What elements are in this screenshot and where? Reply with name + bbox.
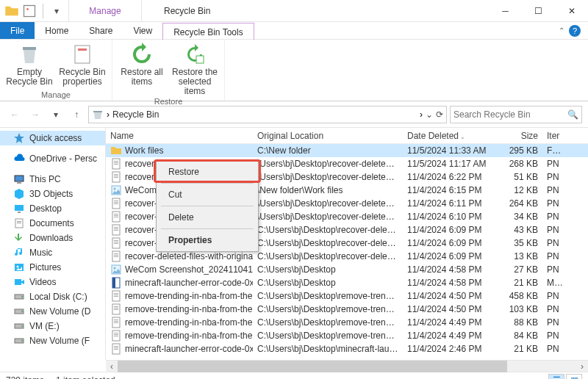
cell-name: recover-deleted-files-with-original... bbox=[106, 250, 253, 262]
file-list[interactable]: Work filesC:\New folder11/5/2024 11:33 A… bbox=[106, 144, 588, 355]
nav-item[interactable]: New Volume (F bbox=[0, 333, 105, 348]
nav-item[interactable]: Pictures bbox=[0, 260, 105, 275]
nav-item[interactable]: Local Disk (C:) bbox=[0, 289, 105, 304]
tab-view[interactable]: View bbox=[123, 22, 162, 39]
maximize-button[interactable]: ☐ bbox=[522, 0, 555, 22]
scroll-right-icon[interactable]: › bbox=[576, 361, 588, 372]
minimize-button[interactable]: ─ bbox=[489, 0, 522, 22]
cell-type: PN bbox=[542, 317, 564, 328]
search-box[interactable]: 🔍 bbox=[450, 106, 582, 123]
svg-rect-60 bbox=[114, 293, 118, 294]
search-input[interactable] bbox=[453, 109, 567, 120]
file-icon bbox=[110, 303, 122, 315]
restore-all-items-button[interactable]: Restore all items bbox=[118, 43, 165, 87]
file-icon bbox=[110, 158, 122, 170]
refresh-icon[interactable]: ⟳ bbox=[436, 109, 443, 120]
cell-location: C:\Users\bj\Desktop\remove-trending-in-.… bbox=[253, 291, 403, 301]
svg-rect-42 bbox=[114, 217, 118, 217]
tab-file[interactable]: File bbox=[0, 22, 35, 39]
nav-up-button[interactable]: ↑ bbox=[68, 106, 85, 123]
ctx-properties[interactable]: Properties bbox=[158, 231, 257, 250]
search-icon[interactable]: 🔍 bbox=[567, 109, 578, 120]
horizontal-scrollbar[interactable]: ‹ › bbox=[106, 360, 588, 372]
svg-rect-62 bbox=[114, 296, 118, 297]
cell-size: 268 KB bbox=[498, 159, 542, 169]
file-row[interactable]: WeCom Screenshot_202411041437...C:\Users… bbox=[106, 263, 588, 276]
nav-item[interactable]: Music bbox=[0, 245, 105, 260]
col-date-deleted[interactable]: Date Deleted⌄ bbox=[403, 131, 498, 141]
ctx-delete[interactable]: Delete bbox=[158, 208, 257, 227]
status-bar: 729 items 1 item selected ☰ ▦ bbox=[0, 372, 588, 379]
tab-home[interactable]: Home bbox=[35, 22, 79, 39]
scroll-left-icon[interactable]: ‹ bbox=[106, 361, 118, 372]
nav-item[interactable]: New Volume (D bbox=[0, 304, 105, 319]
col-item-type[interactable]: Iter bbox=[542, 131, 564, 141]
scroll-track[interactable] bbox=[118, 361, 576, 372]
restore-selected-items-button[interactable]: Restore the selected items bbox=[171, 43, 218, 97]
scroll-thumb[interactable] bbox=[118, 361, 507, 372]
ctx-cut[interactable]: Cut bbox=[158, 185, 257, 204]
col-original-location[interactable]: Original Location bbox=[253, 131, 403, 141]
tab-recycle-bin-tools[interactable]: Recycle Bin Tools bbox=[162, 23, 254, 40]
svg-rect-38 bbox=[114, 203, 118, 204]
file-row[interactable]: remove-trending-in-nba-from-the...C:\Use… bbox=[106, 303, 588, 316]
nav-item[interactable]: 3D Objects bbox=[0, 187, 105, 201]
nav-item[interactable]: VM (E:) bbox=[0, 319, 105, 333]
file-row[interactable]: minecraft-launcher-error-code-0x...C:\Us… bbox=[106, 342, 588, 355]
nav-item[interactable]: Quick access bbox=[0, 131, 105, 145]
address-path[interactable]: › Recycle Bin › ⌄ ⟳ bbox=[88, 106, 447, 123]
ctx-restore[interactable]: Restore bbox=[158, 162, 257, 181]
cell-size: 295 KB bbox=[498, 145, 542, 156]
cell-date: 11/4/2024 4:58 PM bbox=[403, 278, 498, 288]
view-details-icon[interactable]: ☰ bbox=[548, 374, 564, 380]
file-icon bbox=[110, 184, 122, 196]
empty-recycle-bin-button[interactable]: Empty Recycle Bin bbox=[6, 43, 53, 87]
svg-rect-65 bbox=[114, 308, 118, 308]
column-headers[interactable]: Name Original Location Date Deleted⌄ Siz… bbox=[106, 128, 588, 144]
file-row[interactable]: remove-trending-in-nba-from-the...C:\Use… bbox=[106, 316, 588, 329]
file-row[interactable]: Work filesC:\New folder11/5/2024 11:33 A… bbox=[106, 144, 588, 157]
cell-location: \New folder\Work files bbox=[253, 185, 403, 195]
col-size[interactable]: Size bbox=[498, 131, 542, 141]
svg-point-34 bbox=[114, 188, 116, 190]
svg-rect-27 bbox=[114, 162, 118, 163]
cell-size: 13 KB bbox=[498, 251, 542, 261]
svg-rect-45 bbox=[114, 228, 118, 229]
svg-rect-9 bbox=[15, 205, 24, 211]
cell-type: PN bbox=[542, 331, 564, 341]
svg-rect-66 bbox=[114, 309, 118, 310]
file-icon bbox=[110, 277, 122, 289]
svg-rect-50 bbox=[114, 243, 118, 244]
file-row[interactable]: minecraft-launcher-error-code-0x...C:\Us… bbox=[106, 276, 588, 289]
nav-item[interactable]: Desktop bbox=[0, 201, 105, 216]
tab-share[interactable]: Share bbox=[79, 22, 123, 39]
nav-recent-dropdown[interactable]: ▾ bbox=[47, 106, 65, 123]
navigation-pane[interactable]: Quick accessOneDrive - PerscThis PC3D Ob… bbox=[0, 128, 106, 360]
nav-label: VM (E:) bbox=[29, 321, 60, 331]
file-icon bbox=[110, 250, 122, 262]
nav-item[interactable]: Videos bbox=[0, 275, 105, 289]
title-bar: ▾ Manage Recycle Bin ─ ☐ ✕ bbox=[0, 0, 588, 22]
view-large-icons-icon[interactable]: ▦ bbox=[566, 374, 582, 380]
collapse-ribbon-icon[interactable]: ⌃ bbox=[559, 26, 564, 35]
cell-name: Work files bbox=[106, 145, 253, 156]
nav-item[interactable]: Downloads bbox=[0, 231, 105, 245]
properties-icon[interactable] bbox=[22, 4, 37, 18]
nav-back-button[interactable]: ← bbox=[6, 106, 24, 123]
nav-label: Music bbox=[29, 248, 52, 258]
path-dropdown[interactable]: ⌄ bbox=[426, 109, 433, 120]
cell-location: C:\Users\bj\Desktop\minecraft-launcher-.… bbox=[253, 344, 403, 354]
file-row[interactable]: remove-trending-in-nba-from-the...C:\Use… bbox=[106, 289, 588, 303]
qat-dropdown-icon[interactable]: ▾ bbox=[49, 4, 64, 18]
col-name[interactable]: Name bbox=[106, 131, 253, 141]
help-icon[interactable]: ? bbox=[569, 25, 581, 37]
close-button[interactable]: ✕ bbox=[555, 0, 588, 22]
recycle-bin-properties-button[interactable]: Recycle Bin properties bbox=[59, 43, 106, 87]
nav-forward-button[interactable]: → bbox=[26, 106, 44, 123]
nav-item[interactable]: Documents bbox=[0, 216, 105, 231]
nav-item[interactable]: OneDrive - Persc bbox=[0, 151, 105, 166]
file-icon bbox=[110, 290, 122, 302]
nav-item[interactable]: This PC bbox=[0, 172, 105, 187]
file-row[interactable]: remove-trending-in-nba-from-the...C:\Use… bbox=[106, 329, 588, 342]
cell-size: 458 KB bbox=[498, 291, 542, 301]
